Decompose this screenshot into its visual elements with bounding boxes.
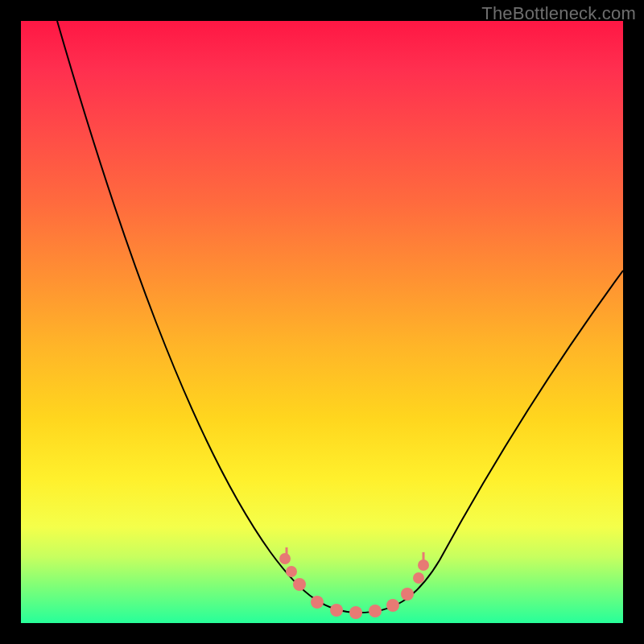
- watermark-text: TheBottleneck.com: [481, 3, 636, 24]
- marker-dot: [279, 553, 291, 564]
- plot-area: [21, 21, 623, 623]
- marker-dot: [349, 606, 362, 619]
- marker-dot: [293, 578, 306, 591]
- marker-dot: [369, 605, 382, 617]
- bottleneck-curve: [57, 21, 623, 613]
- marker-dot: [401, 588, 414, 601]
- marker-group: [279, 547, 429, 619]
- chart-frame: TheBottleneck.com: [0, 0, 644, 644]
- marker-dot: [311, 596, 324, 609]
- marker-dot: [286, 566, 297, 577]
- marker-dot: [386, 599, 399, 612]
- chart-svg: [21, 21, 623, 623]
- marker-dot: [413, 572, 424, 584]
- marker-dot: [330, 604, 343, 617]
